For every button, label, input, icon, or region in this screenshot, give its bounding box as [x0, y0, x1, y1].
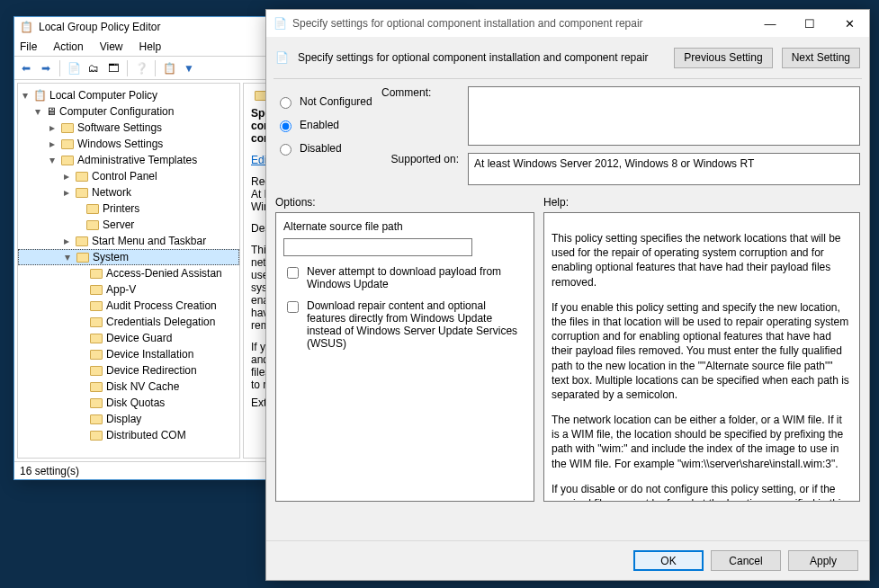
show-hide-icon[interactable]: 🗂 [85, 60, 102, 76]
apply-button[interactable]: Apply [788, 550, 858, 571]
dialog-title: Specify settings for optional component … [292, 17, 643, 30]
tree-item[interactable]: Disk Quotas [18, 395, 239, 411]
collapse-icon[interactable]: ▾ [62, 251, 73, 263]
tree-label: Network [92, 186, 131, 199]
state-radio-group: Not Configured Enabled Disabled [275, 86, 372, 160]
folder-icon [90, 334, 103, 343]
tree-item[interactable]: Display [18, 411, 239, 427]
filter-list-icon[interactable]: 📋 [161, 60, 177, 76]
tree-label: Device Redirection [106, 364, 197, 377]
policy-tree[interactable]: ▾📋Local Computer Policy ▾🖥Computer Confi… [17, 83, 240, 459]
tree-control-panel[interactable]: ▸Control Panel [18, 168, 239, 184]
radio-not-configured[interactable]: Not Configured [275, 90, 372, 113]
folder-icon [90, 350, 103, 360]
tree-item[interactable]: Access-Denied Assistan [18, 265, 239, 281]
next-setting-button[interactable]: Next Setting [782, 48, 860, 68]
cancel-button[interactable]: Cancel [711, 550, 781, 571]
tree-printers[interactable]: Printers [18, 200, 239, 217]
tree-windows-settings[interactable]: ▸Windows Settings [18, 136, 239, 152]
folder-icon [76, 172, 88, 182]
tree-label: Device Guard [106, 332, 172, 344]
checkbox-input[interactable] [287, 301, 299, 313]
collapse-icon[interactable]: ▾ [32, 105, 43, 118]
folder-icon [90, 301, 103, 311]
tree-network[interactable]: ▸Network [18, 184, 239, 200]
tree-label: Start Menu and Taskbar [92, 235, 206, 247]
tree-computer-config[interactable]: ▾🖥Computer Configuration [18, 103, 239, 120]
never-download-checkbox-row[interactable]: Never attempt to download payload from W… [283, 265, 526, 290]
alt-path-input[interactable] [283, 238, 472, 256]
radio-enabled[interactable]: Enabled [275, 113, 372, 137]
folder-icon [90, 414, 103, 424]
expand-icon[interactable]: ▸ [47, 138, 58, 150]
tree-server[interactable]: Server [18, 217, 239, 233]
minimize-button[interactable]: — [750, 10, 790, 37]
download-direct-checkbox-row[interactable]: Download repair content and optional fea… [283, 299, 526, 350]
back-icon[interactable]: ⬅ [18, 60, 34, 76]
gpedit-icon: 📋 [20, 21, 33, 33]
supported-value: At least Windows Server 2012, Windows 8 … [474, 157, 754, 170]
tree-item[interactable]: App-V [18, 281, 239, 298]
expand-icon[interactable]: ▸ [61, 186, 72, 199]
tree-software-settings[interactable]: ▸Software Settings [18, 120, 239, 136]
policy-dialog: 📄 Specify settings for optional componen… [265, 9, 870, 581]
alt-path-label: Alternate source file path [283, 220, 526, 233]
radio-input[interactable] [280, 120, 292, 132]
options-label: Options: [275, 196, 534, 209]
tree-item[interactable]: Credentials Delegation [18, 314, 239, 330]
expand-icon[interactable]: ▸ [61, 170, 72, 183]
menu-help[interactable]: Help [139, 40, 162, 53]
checkbox-input[interactable] [287, 267, 299, 279]
dialog-footer: OK Cancel Apply [266, 540, 869, 580]
help-icon[interactable]: ❔ [133, 60, 149, 76]
radio-input[interactable] [280, 144, 292, 156]
policy-icon: 📋 [33, 89, 47, 102]
radio-label: Not Configured [300, 95, 372, 108]
previous-setting-button[interactable]: Previous Setting [674, 48, 772, 68]
collapse-icon[interactable]: ▾ [20, 89, 31, 102]
tree-label: Control Panel [92, 170, 157, 183]
comment-label: Comment: [381, 86, 459, 99]
menu-action[interactable]: Action [53, 40, 83, 53]
properties-icon[interactable]: 🗔 [105, 60, 121, 76]
tree-label: Printers [103, 202, 139, 215]
tree-item[interactable]: Distributed COM [18, 427, 239, 443]
separator [59, 60, 60, 76]
radio-label: Enabled [300, 119, 339, 131]
expand-icon[interactable]: ▸ [61, 235, 72, 247]
forward-icon[interactable]: ➡ [38, 60, 54, 76]
tree-system[interactable]: ▾System [18, 249, 239, 265]
computer-icon: 🖥 [46, 105, 57, 118]
folder-icon [76, 188, 88, 198]
radio-input[interactable] [280, 97, 292, 109]
tree-label: Local Computer Policy [49, 89, 157, 102]
help-paragraph: If you enable this policy setting and sp… [552, 300, 852, 402]
tree-item[interactable]: Audit Process Creation [18, 298, 239, 314]
options-pane: Alternate source file path Never attempt… [275, 212, 534, 502]
tree-start-menu[interactable]: ▸Start Menu and Taskbar [18, 233, 239, 249]
tree-item[interactable]: Device Guard [18, 330, 239, 346]
radio-label: Disabled [300, 142, 342, 155]
up-icon[interactable]: 📄 [66, 60, 82, 76]
tree-item[interactable]: Device Installation [18, 346, 239, 362]
tree-item[interactable]: Disk NV Cache [18, 379, 239, 395]
menu-view[interactable]: View [100, 40, 123, 53]
radio-disabled[interactable]: Disabled [275, 137, 372, 160]
tree-item[interactable]: Device Redirection [18, 362, 239, 379]
dialog-titlebar[interactable]: 📄 Specify settings for optional componen… [266, 10, 869, 37]
folder-icon [90, 285, 103, 295]
tree-admin-templates[interactable]: ▾Administrative Templates [18, 152, 239, 168]
maximize-button[interactable]: ☐ [790, 10, 830, 37]
tree-root[interactable]: ▾📋Local Computer Policy [18, 87, 239, 103]
close-button[interactable]: ✕ [830, 10, 869, 37]
tree-label: Administrative Templates [77, 154, 197, 166]
expand-icon[interactable]: ▸ [47, 121, 58, 134]
comment-textarea[interactable] [468, 86, 860, 146]
filter-icon[interactable]: ▼ [181, 60, 197, 76]
ok-button[interactable]: OK [633, 550, 704, 571]
collapse-icon[interactable]: ▾ [47, 154, 58, 166]
menu-file[interactable]: File [20, 40, 37, 53]
help-pane[interactable]: This policy setting specifies the networ… [543, 212, 860, 502]
folder-icon [90, 317, 103, 327]
help-paragraph: This policy setting specifies the networ… [552, 231, 852, 290]
